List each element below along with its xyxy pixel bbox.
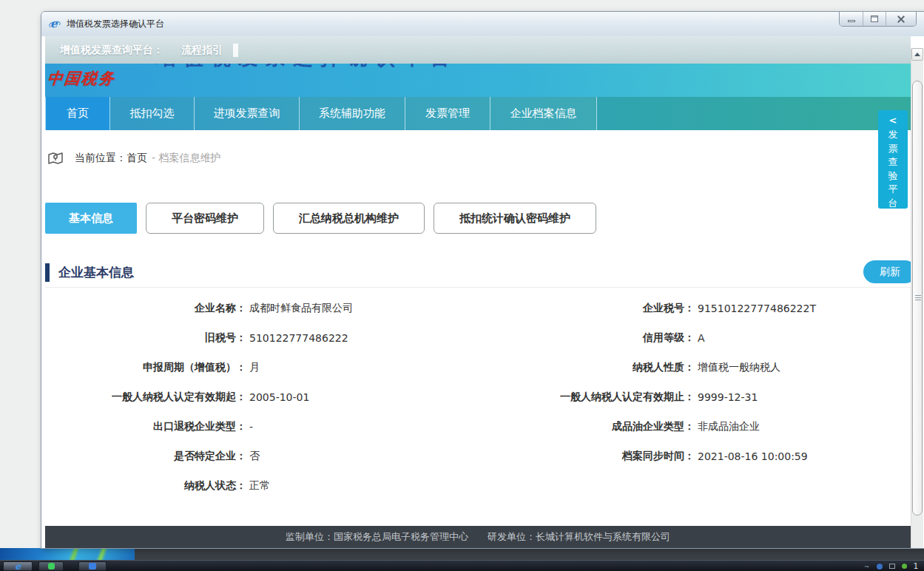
field-value: 91510122777486222T: [698, 303, 816, 314]
subtab-bar: 基本信息 平台密码维护 汇总纳税总机构维护 抵扣统计确认密码维护: [45, 203, 911, 234]
platform-label: 增值税发票查询平台：: [60, 44, 163, 57]
scrollbar-thumb[interactable]: [912, 81, 923, 516]
field-value: 510122777486222: [249, 332, 348, 344]
refresh-button[interactable]: 刷新: [863, 260, 917, 283]
page-footer: 监制单位：国家税务总局电子税务管理中心 研发单位：长城计算机软件与系统有限公司: [45, 526, 911, 548]
subtab-deduction-confirm-password[interactable]: 抵扣统计确认密码维护: [434, 203, 596, 234]
nav-tab-system-aux[interactable]: 系统辅助功能: [300, 97, 405, 130]
section-accent-bar: [45, 263, 50, 282]
form-row: 出口退税企业类型：- 成品油企业类型：非成品油企业: [45, 412, 911, 442]
ie-icon: e: [49, 18, 61, 30]
field-value: 成都时鲜食品有限公司: [249, 302, 353, 315]
restore-button[interactable]: [863, 12, 886, 26]
blue-app-icon: [89, 563, 96, 570]
subtab-consolidated-tax-org[interactable]: 汇总纳税总机构维护: [273, 203, 425, 234]
field-value: 否: [249, 450, 260, 463]
highlight-mark: [233, 44, 238, 57]
section-title: 企业基本信息: [58, 264, 134, 281]
arrow-up-icon: [914, 53, 920, 56]
form-row: 一般人纳税人认定有效期起：2005-10-01 一般人纳税人认定有效期止：999…: [45, 382, 911, 412]
section-header: 企业基本信息 刷新: [45, 260, 911, 284]
field-label: 企业税号：: [480, 302, 695, 315]
china-tax-logo: 中国税务: [47, 68, 117, 89]
field-label: 申报周期（增值税）：: [45, 361, 246, 374]
vertical-scrollbar[interactable]: [911, 48, 923, 548]
subtab-platform-password[interactable]: 平台密码维护: [146, 203, 264, 234]
breadcrumb-current: - 档案信息维护: [152, 152, 221, 165]
nav-tab-invoice-mgmt[interactable]: 发票管理: [405, 97, 490, 130]
tray-network-icon: [877, 564, 883, 570]
footer-developer: 研发单位：长城计算机软件与系统有限公司: [488, 530, 670, 544]
field-label: 是否特定企业：: [45, 450, 246, 463]
field-label: 一般人纳税人认定有效期起：: [45, 391, 246, 404]
subtab-basic-info[interactable]: 基本信息: [45, 203, 137, 234]
window-controls: [839, 12, 917, 27]
field-label: 一般人纳税人认定有效期止：: [480, 391, 695, 404]
form-row: 企业名称：成都时鲜食品有限公司 企业税号：91510122777486222T: [45, 294, 911, 323]
nav-tab-input-invoice-query[interactable]: 进项发票查询: [195, 97, 300, 130]
green-app-icon: [48, 563, 55, 570]
taskbar: e ~ 1: [0, 560, 924, 571]
field-value: 2005-10-01: [249, 391, 309, 403]
desktop-wallpaper: [0, 548, 135, 560]
field-label: 旧税号：: [45, 331, 246, 345]
taskbar-app-button-blue[interactable]: [78, 561, 107, 571]
breadcrumb: 当前位置：首页 - 档案信息维护: [47, 145, 911, 172]
field-value: A: [698, 332, 705, 344]
field-value: 9999-12-31: [698, 391, 758, 403]
nav-spacer: [597, 97, 911, 130]
field-label: 档案同步时间：: [480, 450, 695, 463]
browser-window: e 增值税发票选择确认平台 增值税发票查询平台： 流程指引 中国税务 增值税发票…: [41, 11, 924, 549]
process-guide-link[interactable]: 流程指引: [181, 44, 223, 57]
invoice-check-platform-tab[interactable]: < 发票查验平台: [878, 110, 908, 209]
nav-tab-enterprise-archive[interactable]: 企业档案信息: [490, 97, 597, 130]
browser-client-area: 增值税发票查询平台： 流程指引 中国税务 增值税发票选择确认平台 首页 抵扣勾选…: [41, 36, 924, 548]
nav-tab-deduction-check[interactable]: 抵扣勾选: [110, 97, 195, 130]
minimize-button[interactable]: [840, 12, 863, 26]
map-location-icon: [47, 149, 64, 167]
ie-icon: e: [15, 562, 21, 571]
field-label: 信用等级：: [480, 331, 695, 345]
platform-topbar: 增值税发票查询平台： 流程指引: [45, 36, 911, 64]
field-value: 增值税一般纳税人: [698, 361, 780, 374]
page-content: 当前位置：首页 - 档案信息维护 基本信息 平台密码维护 汇总纳税总机构维护 抵…: [45, 130, 911, 548]
scrollbar-grip-icon: [915, 295, 921, 302]
nav-tab-home[interactable]: 首页: [45, 97, 110, 130]
taskbar-app-button-green[interactable]: [38, 561, 64, 571]
background-band: [135, 548, 924, 560]
banner-clipped-title: 增值税发票选择确认平台: [156, 64, 457, 71]
header-banner: 中国税务 增值税发票选择确认平台: [45, 64, 911, 97]
field-label: 成品油企业类型：: [480, 420, 695, 433]
field-value: -: [249, 421, 253, 433]
form-row: 纳税人状态：正常: [45, 471, 911, 501]
taskbar-ie-button[interactable]: e: [3, 561, 33, 571]
side-tab-label: 发票查验平台: [888, 128, 899, 210]
desktop: { "colors": { "banner_left": "#2f9ed9", …: [0, 0, 924, 571]
section-divider: [45, 287, 911, 288]
form-row: 旧税号：510122777486222 信用等级：A: [45, 323, 911, 353]
chevron-left-icon: <: [889, 115, 897, 126]
scrollbar-up-button[interactable]: [911, 48, 923, 61]
tray-clock-partial: 1: [914, 562, 918, 570]
close-icon: [897, 16, 906, 23]
window-titlebar[interactable]: e 增值税发票选择确认平台: [41, 12, 924, 36]
field-label: 出口退税企业类型：: [45, 420, 246, 433]
field-value: 非成品油企业: [698, 420, 760, 433]
minimize-icon: [848, 20, 855, 22]
restore-icon: [871, 16, 878, 22]
close-button[interactable]: [886, 12, 916, 26]
enterprise-info-form: 企业名称：成都时鲜食品有限公司 企业税号：91510122777486222T …: [45, 294, 911, 501]
field-label: 企业名称：: [45, 302, 246, 315]
tray-window-icon: [889, 564, 895, 569]
footer-supervisor: 监制单位：国家税务总局电子税务管理中心: [286, 530, 468, 544]
system-tray[interactable]: ~ 1: [864, 561, 918, 571]
tray-tilde-icon: ~: [864, 563, 870, 570]
window-title: 增值税发票选择确认平台: [67, 18, 164, 30]
field-label: 纳税人性质：: [480, 361, 695, 374]
breadcrumb-location: 当前位置：首页: [75, 152, 147, 165]
form-row: 是否特定企业：否 档案同步时间：2021-08-16 10:00:59: [45, 442, 911, 471]
field-value: 月: [249, 361, 260, 374]
field-value: 正常: [249, 479, 270, 493]
form-row: 申报周期（增值税）：月 纳税人性质：增值税一般纳税人: [45, 353, 911, 382]
field-label: 纳税人状态：: [45, 479, 246, 493]
